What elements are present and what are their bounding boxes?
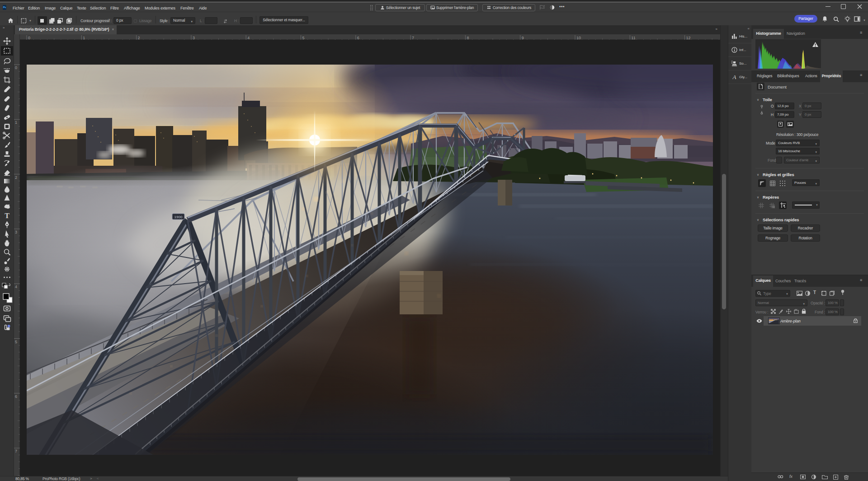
svg-text:6: 6 [15, 394, 17, 399]
svg-text:3: 3 [15, 230, 17, 234]
svg-text:1900: 1900 [175, 215, 183, 219]
svg-text:T: T [5, 212, 9, 219]
svg-text:2: 2 [15, 175, 17, 180]
svg-text:4: 4 [15, 285, 17, 289]
svg-text:»: » [3, 26, 5, 30]
svg-text:1: 1 [15, 120, 17, 125]
svg-text:A: A [732, 74, 736, 80]
svg-text:7: 7 [15, 449, 17, 453]
svg-text:0: 0 [15, 65, 17, 70]
svg-text:5: 5 [15, 340, 17, 344]
